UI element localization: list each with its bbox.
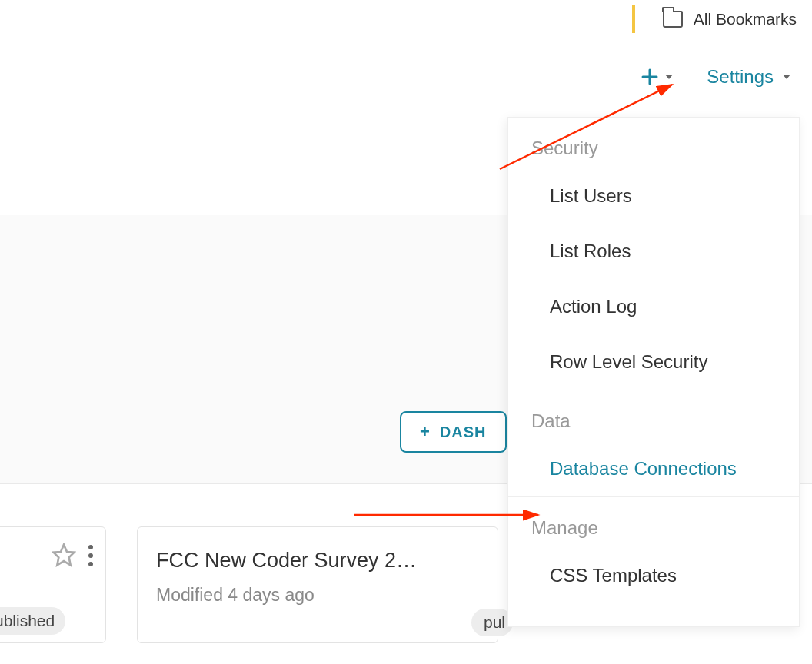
card-modified: Modified 4 days ago (156, 585, 479, 606)
new-dashboard-button[interactable]: + DASH (400, 411, 507, 453)
status-badge: ublished (0, 607, 65, 635)
browser-separator (632, 5, 635, 33)
settings-button[interactable]: Settings (707, 66, 790, 88)
browser-bar: All Bookmarks (0, 0, 812, 38)
menu-list-users[interactable]: List Users (508, 168, 799, 224)
dashboard-card[interactable]: ublished (0, 526, 106, 643)
menu-row-level-security[interactable]: Row Level Security (508, 334, 799, 390)
settings-label: Settings (707, 66, 774, 88)
dropdown-section-manage: Manage (508, 496, 799, 548)
menu-database-connections[interactable]: Database Connections (508, 441, 799, 496)
new-button[interactable] (641, 68, 673, 86)
star-icon[interactable] (52, 543, 76, 570)
all-bookmarks-button[interactable]: All Bookmarks (663, 10, 797, 28)
cards-row: ublished FCC New Coder Survey 2… Modifie… (0, 526, 498, 643)
svg-marker-0 (54, 545, 75, 566)
dropdown-section-security: Security (508, 118, 799, 168)
menu-list-roles[interactable]: List Roles (508, 224, 799, 279)
caret-down-icon (665, 75, 673, 79)
card-title: FCC New Coder Survey 2… (156, 549, 479, 573)
dropdown-section-data: Data (508, 390, 799, 441)
plus-icon (641, 68, 659, 86)
dashboard-button-label: DASH (440, 423, 487, 441)
plus-icon: + (420, 422, 431, 442)
settings-dropdown-panel: Security List Users List Roles Action Lo… (508, 117, 800, 627)
folder-icon (663, 11, 683, 28)
menu-action-log[interactable]: Action Log (508, 279, 799, 334)
app-toolbar: Settings (0, 38, 812, 115)
dashboard-card[interactable]: FCC New Coder Survey 2… Modified 4 days … (137, 526, 498, 643)
menu-css-templates[interactable]: CSS Templates (508, 548, 799, 603)
status-badge: pul (471, 609, 513, 636)
bookmarks-label: All Bookmarks (694, 10, 797, 28)
caret-down-icon (783, 75, 790, 79)
more-icon[interactable] (88, 543, 93, 566)
